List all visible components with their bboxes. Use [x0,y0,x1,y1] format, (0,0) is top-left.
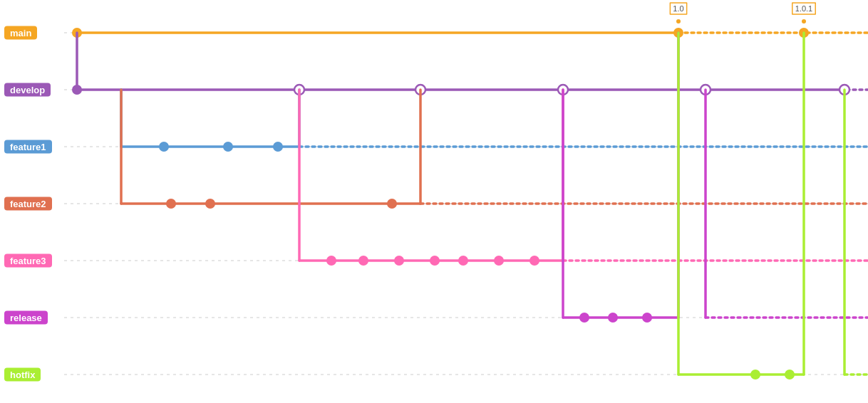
label-release: release [4,311,48,325]
label-feature3: feature3 [4,254,52,268]
label-main: main [4,26,37,40]
label-hotfix: hotfix [4,368,41,382]
label-feature1: feature1 [4,140,52,154]
label-feature2: feature2 [4,197,52,211]
label-develop: develop [4,83,51,97]
